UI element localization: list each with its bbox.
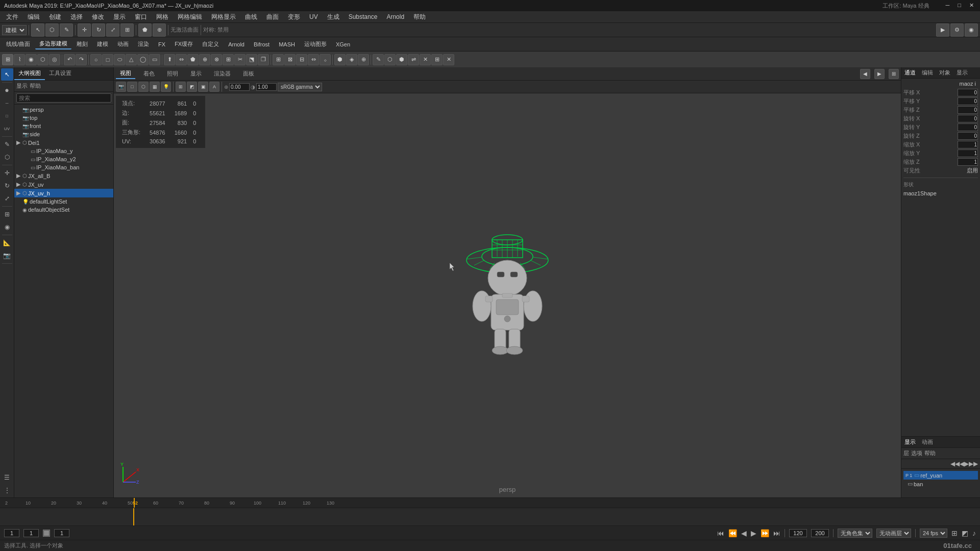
move-lt-btn[interactable]: ✛ (1, 167, 13, 179)
symmetrize-btn[interactable]: ⇌ (408, 54, 419, 65)
timeline-audio-btn[interactable]: ♪ (972, 529, 976, 537)
window-controls[interactable]: 工作区: Maya 经典 ─ □ ✕ (880, 2, 976, 10)
manip-btn[interactable]: ⊕ (153, 23, 166, 37)
gamma-input[interactable] (256, 83, 277, 91)
scale-z-input[interactable] (958, 158, 978, 166)
tab-tool-settings[interactable]: 工具设置 (45, 67, 76, 80)
outliner-jx-uv[interactable]: ▶ ⬡ JX_uv (14, 180, 113, 189)
menu-uv[interactable]: UV (305, 12, 322, 21)
mode-select[interactable]: 建模 装备 动画 (2, 25, 27, 35)
menu-display[interactable]: 显示 (109, 12, 130, 22)
vpt-aa-btn[interactable]: A (209, 82, 219, 92)
step-back-btn[interactable]: ⏪ (728, 529, 737, 537)
soft-modify-btn[interactable]: ⬟ (138, 23, 152, 37)
outliner-dei1[interactable]: ▶ ⬡ Dei1 (14, 138, 113, 147)
menu-generate[interactable]: 生成 (323, 12, 344, 22)
outliner-jx-all-b[interactable]: ▶ ⬡ JX_all_B (14, 171, 113, 180)
delete-edge-btn[interactable]: ✕ (420, 54, 431, 65)
tab-bifrost[interactable]: Bifrost (250, 40, 274, 48)
timeline-settings-btn[interactable]: ⊞ (951, 529, 958, 537)
translate-y-input[interactable] (958, 97, 978, 105)
tab-curves-surfaces[interactable]: 线线/曲面 (2, 39, 34, 49)
separate-btn[interactable]: ⊠ (284, 54, 296, 65)
step-forward-btn[interactable]: ⏩ (761, 529, 769, 537)
outliner-default-objectset[interactable]: ◉ defaultObjectSet (14, 206, 113, 214)
outliner-jx-uv-h[interactable]: ▶ ⬡ JX_uv_h (14, 189, 113, 197)
tab-modeling[interactable]: 建模 (93, 39, 112, 49)
layer-menu-layers[interactable]: 层 (903, 449, 909, 457)
lasso-tool-btn[interactable]: ⬡ (45, 23, 59, 37)
vp-icon1[interactable]: ◀ (860, 69, 870, 79)
menu-mesh-edit[interactable]: 网格编辑 (174, 12, 206, 22)
multi-cut-btn[interactable]: ✂ (234, 54, 246, 65)
grow-selection-btn[interactable]: ⊕ (358, 54, 369, 65)
vpt-cam-btn[interactable]: 📷 (116, 82, 126, 92)
minimize-button[interactable]: ─ (944, 2, 952, 10)
layer-ref-yuan[interactable]: P 1 ▭ ref_yuan (903, 471, 978, 480)
play-forward-btn[interactable]: ▶ (751, 529, 756, 537)
vpt-resolution-btn[interactable]: ▣ (198, 82, 208, 92)
vpt-grid-btn[interactable]: ⊞ (176, 82, 186, 92)
bevel-btn[interactable]: ⬟ (187, 54, 199, 65)
goto-end-btn[interactable]: ⏭ (773, 529, 780, 537)
layer-nav-next-next[interactable]: ▶▶ (969, 460, 978, 467)
rp-tab-object[interactable]: 对象 (936, 67, 953, 78)
timeline-track[interactable] (0, 508, 980, 525)
select-ring-btn[interactable]: ◈ (346, 54, 357, 65)
extra1-btn[interactable]: ☰ (1, 471, 13, 484)
edge-mode-btn[interactable]: ─ (1, 97, 13, 109)
character-set-select[interactable]: 无角色集 (838, 529, 872, 538)
boolean-btn[interactable]: ⊟ (296, 54, 307, 65)
playback-start-input[interactable] (23, 529, 39, 537)
connect-btn[interactable]: ⊗ (211, 54, 222, 65)
smooth-btn[interactable]: ⬦ (320, 54, 331, 65)
snap-curve-btn[interactable]: ⌇ (14, 54, 25, 65)
tab-xgen[interactable]: XGen (332, 40, 354, 48)
anim-layer-select[interactable]: 无动画层 (876, 529, 911, 538)
conform-btn[interactable]: ⬡ (384, 54, 396, 65)
scale-lt-btn[interactable]: ⤢ (1, 192, 13, 205)
snap-surface-btn[interactable]: ⬡ (37, 54, 48, 65)
translate-x-input[interactable] (958, 89, 978, 96)
scale-x-input[interactable] (958, 141, 978, 148)
sidebar-display-menu[interactable]: 显示 (16, 82, 28, 90)
merge-btn[interactable]: ⊕ (199, 54, 210, 65)
vpt-tex-btn[interactable]: ▦ (150, 82, 160, 92)
vp-tab-renderer[interactable]: 渲染器 (210, 69, 235, 79)
vpt-wire-btn[interactable]: ⬡ (138, 82, 149, 92)
tab-mash[interactable]: MASH (275, 40, 299, 48)
tab-fx-cache[interactable]: FX缓存 (170, 39, 197, 49)
outliner-ip-xiaomao-ban[interactable]: ▭ IP_XiaoMao_ban (14, 163, 113, 171)
layer-nav-prev-prev[interactable]: ◀◀ (950, 460, 960, 467)
rp-tab-edit[interactable]: 编辑 (919, 67, 936, 78)
rotate-y-input[interactable] (958, 123, 978, 131)
insert-edge-btn[interactable]: ⊞ (223, 54, 234, 65)
sphere-btn[interactable]: ○ (90, 54, 102, 65)
vp-tab-view[interactable]: 视图 (116, 68, 135, 79)
menu-mesh-display[interactable]: 网格显示 (207, 12, 240, 22)
menu-modify[interactable]: 修改 (88, 12, 108, 22)
paint-weights-btn[interactable]: ✎ (373, 54, 384, 65)
scale-y-input[interactable] (958, 149, 978, 157)
extra-btn2[interactable]: ✕ (443, 54, 454, 65)
menu-mesh[interactable]: 网格 (152, 12, 173, 22)
paint-tool-btn[interactable]: ✎ (60, 23, 73, 37)
fill-hole-btn[interactable]: ⬔ (246, 54, 257, 65)
vp-tab-shading[interactable]: 着色 (139, 69, 159, 79)
search-input[interactable] (16, 93, 111, 103)
vertex-mode-btn[interactable]: ⬟ (1, 84, 13, 96)
layer-menu-options[interactable]: 选项 (911, 449, 922, 457)
snap-grid-btn[interactable]: ⊞ (2, 54, 13, 65)
vpt-shading-btn[interactable]: □ (127, 82, 137, 92)
range-start-input[interactable] (4, 529, 19, 537)
paint-select-btn[interactable]: ✎ (1, 138, 13, 151)
universal-manip-btn[interactable]: ⊞ (120, 23, 134, 37)
combine-btn[interactable]: ⊞ (273, 54, 284, 65)
current-frame-input[interactable] (54, 529, 69, 537)
extra2-btn[interactable]: ⋮ (1, 484, 13, 496)
render-btn[interactable]: ▶ (936, 23, 949, 37)
layer-ban[interactable]: ▭ ban (903, 480, 978, 488)
outliner-side[interactable]: 📷 side (14, 130, 113, 138)
rotate-tool-btn[interactable]: ↻ (92, 23, 105, 37)
range-end-input[interactable] (811, 529, 829, 537)
